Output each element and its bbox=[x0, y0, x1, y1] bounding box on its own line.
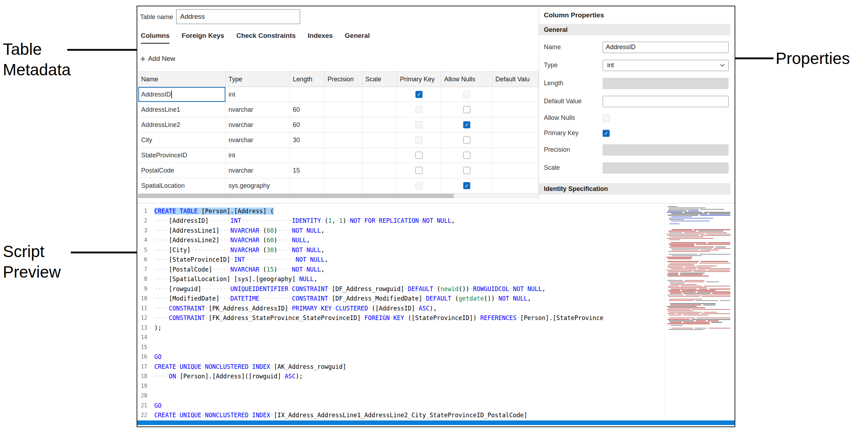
code-lines: 1CREATE·TABLE·[Person].[Address]·(2····[… bbox=[137, 206, 664, 420]
primary-key-cell bbox=[397, 178, 441, 193]
code-line-13: 13); bbox=[137, 323, 664, 333]
scale-cell[interactable] bbox=[362, 102, 397, 117]
allow-nulls-checkbox[interactable] bbox=[463, 106, 470, 113]
default-value-cell[interactable] bbox=[493, 133, 539, 148]
primary-key-checkbox[interactable] bbox=[415, 167, 422, 174]
precision-cell[interactable] bbox=[325, 117, 363, 133]
property-name-input[interactable] bbox=[603, 42, 729, 53]
allow-nulls-cell: ✓ bbox=[441, 178, 493, 193]
column-header-default-valu[interactable]: Default Valu bbox=[493, 71, 539, 87]
column-header-type[interactable]: Type bbox=[226, 71, 290, 87]
scale-cell[interactable] bbox=[362, 148, 397, 163]
property-default-value-input[interactable] bbox=[603, 96, 729, 107]
type-cell[interactable]: int bbox=[226, 87, 290, 102]
length-cell[interactable] bbox=[290, 178, 325, 193]
default-value-cell[interactable] bbox=[493, 87, 539, 102]
allow-nulls-checkbox[interactable] bbox=[463, 152, 470, 159]
section-header-general: General bbox=[539, 24, 730, 35]
default-value-cell[interactable] bbox=[493, 178, 539, 193]
precision-cell[interactable] bbox=[325, 148, 363, 163]
type-cell[interactable]: int bbox=[226, 148, 290, 163]
name-cell[interactable]: AddressID bbox=[138, 87, 226, 102]
primary-key-checkbox[interactable]: ✓ bbox=[415, 91, 422, 98]
editor-minimap[interactable] bbox=[665, 205, 730, 417]
length-cell[interactable]: 30 bbox=[290, 133, 325, 148]
allow-nulls-checkbox[interactable]: ✓ bbox=[463, 121, 470, 128]
column-header-length[interactable]: Length bbox=[290, 71, 325, 87]
length-cell[interactable]: 60 bbox=[290, 102, 325, 117]
default-value-cell[interactable] bbox=[493, 163, 539, 178]
code-line-15: 15 bbox=[137, 342, 664, 352]
scale-cell[interactable] bbox=[362, 163, 397, 178]
tab-check-constraints[interactable]: Check Constraints bbox=[236, 32, 296, 44]
grid-horizontal-scrollbar[interactable] bbox=[138, 193, 539, 198]
table-name-input[interactable] bbox=[176, 9, 300, 24]
length-cell[interactable] bbox=[290, 87, 325, 102]
property-row-scale: Scale bbox=[539, 159, 735, 177]
add-new-button[interactable]: + Add New bbox=[140, 54, 175, 63]
property-row-type: Typeint bbox=[539, 56, 735, 74]
property-type-select[interactable]: int bbox=[603, 60, 729, 71]
precision-cell[interactable] bbox=[325, 163, 363, 178]
default-value-cell[interactable] bbox=[493, 148, 539, 163]
type-cell[interactable]: nvarchar bbox=[226, 163, 290, 178]
primary-key-cell bbox=[397, 117, 441, 133]
precision-cell[interactable] bbox=[325, 87, 363, 102]
scale-cell[interactable] bbox=[362, 133, 397, 148]
type-cell[interactable]: nvarchar bbox=[226, 117, 290, 133]
line-number: 16 bbox=[137, 354, 154, 360]
property-allow-nulls-checkbox bbox=[603, 115, 610, 122]
name-cell[interactable]: SpatialLocation bbox=[138, 178, 226, 193]
name-cell-value: SpatialLocation bbox=[141, 182, 185, 190]
property-primary-key-checkbox[interactable]: ✓ bbox=[603, 130, 610, 137]
line-number: 22 bbox=[137, 412, 154, 418]
primary-key-checkbox bbox=[415, 106, 422, 113]
table-row: AddressLine1nvarchar60 bbox=[138, 102, 539, 117]
column-properties-panel: Column Properties General NameTypeintLen… bbox=[539, 6, 735, 203]
precision-cell[interactable] bbox=[325, 178, 363, 193]
column-header-name[interactable]: Name bbox=[138, 71, 226, 87]
line-number: 11 bbox=[137, 305, 154, 312]
length-cell[interactable]: 15 bbox=[290, 163, 325, 178]
tab-columns[interactable]: Columns bbox=[141, 32, 169, 44]
allow-nulls-checkbox[interactable] bbox=[463, 136, 470, 144]
default-value-cell[interactable] bbox=[493, 102, 539, 117]
precision-cell[interactable] bbox=[325, 102, 363, 117]
annotation-properties-label: Properties bbox=[776, 48, 850, 69]
name-cell[interactable]: PostalCode bbox=[138, 163, 226, 178]
name-cell[interactable]: AddressLine1 bbox=[138, 102, 226, 117]
type-cell[interactable]: nvarchar bbox=[226, 102, 290, 117]
column-header-allow-nulls[interactable]: Allow Nulls bbox=[441, 71, 493, 87]
type-cell[interactable]: nvarchar bbox=[226, 133, 290, 148]
primary-key-checkbox[interactable] bbox=[415, 152, 422, 159]
type-cell[interactable]: sys.geography bbox=[226, 178, 290, 193]
code-line-2: 2····[AddressID]······INT··············I… bbox=[137, 216, 664, 226]
primary-key-checkbox bbox=[415, 136, 422, 144]
script-preview-editor[interactable]: 1CREATE·TABLE·[Person].[Address]·(2····[… bbox=[137, 203, 735, 420]
grid-scrollbar-thumb[interactable] bbox=[138, 194, 454, 198]
tab-general[interactable]: General bbox=[345, 32, 370, 44]
length-cell[interactable]: 60 bbox=[290, 117, 325, 133]
tab-foreign-keys[interactable]: Foreign Keys bbox=[182, 32, 224, 44]
column-header-scale[interactable]: Scale bbox=[362, 71, 397, 87]
tab-indexes[interactable]: Indexes bbox=[308, 32, 333, 44]
column-header-primary-key[interactable]: Primary Key bbox=[397, 71, 441, 87]
property-type-value: int bbox=[607, 62, 614, 69]
length-cell[interactable] bbox=[290, 148, 325, 163]
name-cell[interactable]: StateProvinceID bbox=[138, 148, 226, 163]
scale-cell[interactable] bbox=[362, 117, 397, 133]
allow-nulls-checkbox[interactable] bbox=[463, 167, 470, 174]
name-cell[interactable]: City bbox=[138, 133, 226, 148]
default-value-cell[interactable] bbox=[493, 117, 539, 133]
scale-cell[interactable] bbox=[362, 87, 397, 102]
column-header-precision[interactable]: Precision bbox=[325, 71, 363, 87]
code-line-5: 5····[City]···········NVARCHAR·(30)····N… bbox=[137, 245, 664, 255]
property-label-scale: Scale bbox=[544, 164, 603, 172]
line-number: 18 bbox=[137, 373, 154, 379]
allow-nulls-checkbox[interactable]: ✓ bbox=[463, 182, 470, 189]
scale-cell[interactable] bbox=[362, 178, 397, 193]
name-cell[interactable]: AddressLine2 bbox=[138, 117, 226, 133]
precision-cell[interactable] bbox=[325, 133, 363, 148]
code-line-19: 19 bbox=[137, 381, 664, 391]
line-number: 10 bbox=[137, 295, 154, 302]
